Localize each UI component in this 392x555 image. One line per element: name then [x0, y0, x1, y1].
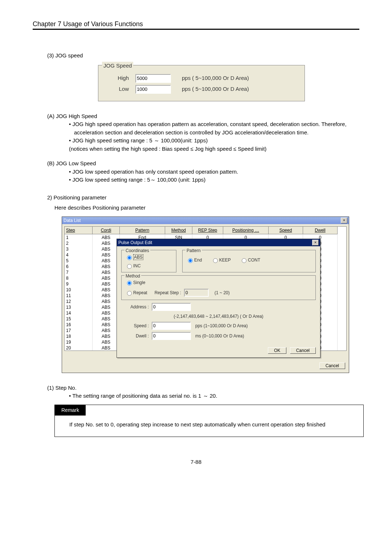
repeat-step-hint: (1 ~ 20) — [215, 289, 230, 296]
cell-step: 5 — [65, 258, 93, 263]
method-single-radio[interactable]: Single — [125, 279, 304, 286]
jog-high-subheading: (A) JOG High Speed — [47, 112, 359, 121]
jog-high-label: High — [103, 74, 129, 82]
pattern-keep-input[interactable] — [213, 258, 218, 263]
pulse-dialog-close-button[interactable]: × — [312, 240, 319, 246]
cell-step: 3 — [65, 246, 93, 252]
cell-step: 20 — [65, 345, 93, 351]
pattern-groupbox: Pattern End KEEP CONT — [182, 250, 316, 272]
dwell-label: Dwell : — [121, 333, 149, 339]
jog-low-input[interactable] — [135, 85, 171, 94]
data-list-cancel-button[interactable]: Cancel — [319, 362, 345, 369]
cell-step: 6 — [65, 263, 93, 269]
method-groupbox: Method Single Repeat Repeat Step : (1 ~ … — [121, 275, 316, 300]
cell-step: 2 — [65, 240, 93, 246]
pattern-cont-input[interactable] — [242, 258, 246, 263]
col-cordi-header[interactable]: Cordi — [93, 227, 120, 234]
speed-input[interactable] — [152, 322, 191, 330]
jog-high-unit: pps ( 5~100,000 Or D Area) — [182, 74, 249, 82]
data-list-window: Data List × Step Cordi Pattern Method RE… — [62, 216, 349, 373]
pattern-end-input[interactable] — [188, 258, 193, 263]
pattern-end-radio[interactable]: End — [186, 258, 202, 263]
pattern-legend: Pattern — [185, 247, 202, 254]
cell-step: 4 — [65, 252, 93, 258]
cell-cordi: ABS — [93, 345, 120, 351]
data-list-close-button[interactable]: × — [341, 218, 347, 223]
cell-cordi: ABS — [93, 333, 120, 339]
jog-high-bullet-2: JOG high speed setting range : 5 ～ 100,0… — [69, 137, 359, 145]
col-step-header[interactable]: Step — [65, 227, 93, 234]
cell-cordi: ABS — [93, 292, 120, 298]
coord-inc-input[interactable] — [127, 264, 132, 269]
address-label: Address : — [121, 304, 149, 310]
dialog-ok-button[interactable]: OK — [268, 347, 286, 354]
cell-step: 16 — [65, 321, 93, 327]
address-hint: (-2,147,483,648 ~ 2,147,483,647) ( Or D … — [173, 313, 263, 320]
cell-cordi: ABS — [93, 321, 120, 327]
jog-low-bullet-2: JOG low speed setting range : 5～ 100,000… — [69, 176, 359, 184]
data-list-title: Data List — [64, 217, 81, 224]
pulse-dialog-titlebar: Pulse Output Edit × — [117, 239, 320, 246]
jog-low-unit: pps ( 5~100,000 Or D Area) — [182, 85, 249, 93]
dwell-input[interactable] — [152, 332, 191, 340]
coord-abs-input[interactable] — [127, 255, 132, 260]
jog-high-input[interactable] — [135, 74, 171, 83]
cell-cordi: ABS — [93, 275, 120, 281]
method-repeat-input[interactable] — [127, 291, 132, 296]
pulse-output-edit-dialog: Pulse Output Edit × Coordinates ABS INC — [117, 239, 320, 358]
repeat-step-input — [184, 289, 209, 297]
method-repeat-radio[interactable]: Repeat — [125, 289, 147, 296]
coord-abs-radio[interactable]: ABS — [125, 254, 164, 260]
step-no-bullet-1: The setting range of positioning data as… — [69, 392, 359, 400]
pattern-cont-radio[interactable]: CONT — [240, 258, 260, 263]
coordinates-groupbox: Coordinates ABS INC — [121, 250, 176, 272]
col-dwell-header[interactable]: Dwell — [303, 227, 338, 234]
cell-step: 12 — [65, 298, 93, 304]
data-list-titlebar: Data List × — [62, 217, 349, 224]
cell-step: 18 — [65, 333, 93, 339]
cell-step: 17 — [65, 327, 93, 333]
cell-cordi: ABS — [93, 304, 120, 310]
speed-label: Speed : — [121, 323, 149, 329]
chapter-title: Chapter 7 Usage of Various Functions — [33, 20, 143, 28]
cell-cordi: ABS — [93, 281, 120, 287]
col-rep-header[interactable]: REP Step — [192, 227, 223, 234]
jog-speed-legend: JOG Speed — [102, 62, 133, 70]
col-method-header[interactable]: Method — [165, 227, 192, 234]
address-input[interactable] — [152, 303, 191, 311]
cell-cordi: ABS — [93, 234, 120, 240]
jog-speed-heading: (3) JOG speed — [47, 52, 359, 60]
cell-cordi: ABS — [93, 327, 120, 333]
cell-cordi: ABS — [93, 339, 120, 345]
dwell-hint: ms (0~10,000 Or D Area) — [195, 333, 244, 339]
cell-cordi: ABS — [93, 316, 120, 321]
chapter-header: Chapter 7 Usage of Various Functions — [33, 20, 359, 30]
cell-cordi: ABS — [93, 240, 120, 246]
pulse-dialog-title: Pulse Output Edit — [118, 239, 152, 246]
col-speed-header[interactable]: Speed — [269, 227, 303, 234]
dialog-cancel-button[interactable]: Cancel — [290, 347, 316, 354]
jog-low-subheading: (B) JOG Low Speed — [47, 159, 359, 168]
cell-step: 1 — [65, 234, 93, 240]
method-single-input[interactable] — [127, 281, 132, 285]
positioning-desc: Here describes Positioning parameter — [54, 204, 359, 212]
cell-cordi: ABS — [93, 252, 120, 258]
repeat-step-label: Repeat Step : — [155, 289, 181, 296]
pattern-keep-radio[interactable]: KEEP — [211, 258, 231, 263]
cell-step: 9 — [65, 281, 93, 287]
jog-speed-groupbox: JOG Speed High pps ( 5~100,000 Or D Area… — [98, 65, 305, 101]
col-pos-header[interactable]: Positioning … — [223, 227, 269, 234]
page-number: 7-88 — [33, 459, 359, 465]
coord-inc-radio[interactable]: INC — [125, 263, 164, 269]
cell-cordi: ABS — [93, 269, 120, 275]
remark-box: Remark If step No. set to 0, operating s… — [54, 405, 364, 437]
cell-step: 13 — [65, 304, 93, 310]
col-pattern-header[interactable]: Pattern — [120, 227, 165, 234]
cell-cordi: ABS — [93, 246, 120, 252]
positioning-heading: 2) Positioning parameter — [47, 194, 359, 202]
remark-tab: Remark — [55, 405, 86, 416]
cell-step: 10 — [65, 287, 93, 292]
jog-low-bullet-1: JOG low speed operation has only constan… — [69, 168, 359, 176]
speed-hint: pps (1~100,000 Or D Area) — [195, 323, 248, 329]
cell-cordi: ABS — [93, 298, 120, 304]
